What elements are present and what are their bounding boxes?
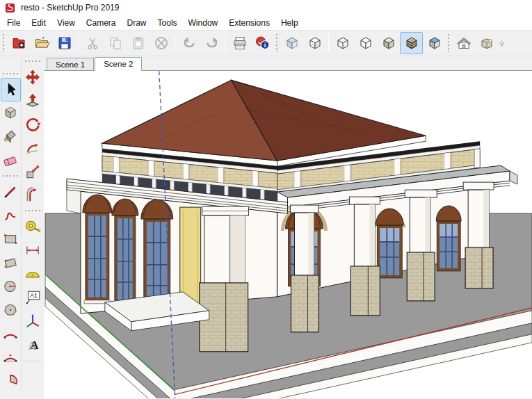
offset-tool-button[interactable] [22, 184, 42, 207]
xray-style-button[interactable] [280, 32, 303, 54]
select-tool-button[interactable] [1, 78, 21, 101]
back-edges-style-button[interactable] [303, 32, 326, 54]
paint-bucket-tool-button[interactable] [1, 125, 21, 149]
toolbar-end-divider [24, 361, 42, 362]
column [349, 197, 380, 316]
rotated-rectangle-tool-button[interactable] [1, 251, 21, 275]
copy-icon [107, 35, 124, 51]
model-info-icon: i [254, 35, 272, 51]
move-tool-button[interactable] [22, 65, 42, 89]
new-file-icon [10, 35, 27, 51]
menu-view[interactable]: View [51, 16, 81, 30]
scale-tool-button[interactable] [22, 160, 42, 184]
menu-draw[interactable]: Draw [122, 16, 152, 30]
back-edges-cube-icon [307, 35, 323, 51]
arc-icon [1, 325, 19, 343]
house-icon [455, 35, 473, 51]
push-pull-tool-button[interactable] [22, 89, 42, 113]
menu-extensions[interactable]: Extensions [223, 16, 275, 30]
share-component-button[interactable] [498, 32, 507, 54]
wireframe-style-button[interactable] [331, 32, 354, 54]
menu-bar: File Edit View Camera Draw Tools Window … [0, 15, 532, 31]
toolbar-grip[interactable] [3, 72, 18, 76]
make-component-tool-button[interactable] [1, 101, 21, 125]
share-model-button[interactable] [475, 32, 498, 54]
follow-me-icon [24, 139, 42, 157]
box-icon [478, 35, 495, 51]
dimension-icon [24, 241, 42, 259]
offset-icon [24, 186, 42, 204]
tape-measure-icon [24, 218, 42, 236]
polygon-tool-button[interactable] [1, 298, 21, 322]
standard-toolbar: i [0, 31, 532, 56]
line-tool-button[interactable] [1, 180, 21, 204]
arc-tool-button[interactable] [1, 322, 21, 345]
model-info-button[interactable]: i [251, 32, 274, 54]
toolbar-grip[interactable] [3, 174, 18, 178]
polygon-icon [1, 301, 19, 319]
3d-text-icon: AA [24, 336, 42, 354]
toolbar-separator [225, 34, 226, 52]
paint-bucket-icon [1, 128, 19, 146]
freehand-tool-button[interactable] [1, 204, 21, 227]
3d-text-tool-button[interactable]: AA [22, 333, 42, 357]
corner-pier [200, 206, 249, 352]
cut-button[interactable] [81, 32, 104, 54]
window-title: resto - SketchUp Pro 2019 [21, 3, 119, 13]
pie-tool-button[interactable] [1, 369, 21, 393]
menu-help[interactable]: Help [275, 16, 304, 30]
erase-button[interactable] [150, 32, 172, 54]
text-tool-icon: A1 [24, 288, 42, 307]
move-arrows-icon [24, 68, 42, 86]
open-button[interactable] [30, 32, 53, 54]
menu-tools[interactable]: Tools [152, 16, 183, 30]
cut-scissors-icon [84, 35, 101, 51]
new-button[interactable] [7, 32, 30, 54]
paste-button[interactable] [127, 32, 150, 54]
menu-window[interactable]: Window [183, 16, 224, 30]
save-floppy-icon [56, 35, 73, 51]
undo-button[interactable] [177, 32, 200, 54]
viewport-canvas[interactable] [44, 71, 532, 398]
redo-button[interactable] [200, 32, 223, 54]
menu-edit[interactable]: Edit [26, 16, 51, 30]
sketchup-logo-icon [5, 3, 15, 13]
column [463, 182, 494, 288]
print-button[interactable] [228, 32, 251, 54]
3d-warehouse-button[interactable] [452, 32, 475, 54]
component-cube-icon [1, 104, 19, 122]
toolbar-grip[interactable] [25, 209, 40, 213]
toolbar-grip[interactable] [25, 60, 40, 63]
tab-scene-1-label: Scene 1 [56, 60, 85, 69]
text-tool-button[interactable]: A1 [22, 286, 42, 309]
dimension-tool-button[interactable] [22, 238, 42, 262]
open-folder-icon [33, 35, 50, 51]
follow-me-tool-button[interactable] [22, 136, 42, 160]
menu-file[interactable]: File [1, 16, 26, 30]
toolbar-grip[interactable] [2, 34, 6, 52]
protractor-tool-button[interactable] [22, 262, 42, 286]
toolbar-grip[interactable] [275, 34, 279, 52]
rotate-tool-button[interactable] [22, 113, 42, 136]
toolbar-grip[interactable] [447, 34, 451, 52]
circle-tool-button[interactable] [1, 275, 21, 298]
save-button[interactable] [53, 32, 76, 54]
eraser-tool-button[interactable] [1, 149, 21, 172]
hidden-line-style-button[interactable] [354, 32, 377, 54]
shaded-style-button[interactable] [377, 32, 400, 54]
hidden-line-cube-icon [357, 35, 374, 51]
scale-icon [24, 163, 42, 181]
copy-button[interactable] [104, 32, 127, 54]
protractor-icon [24, 265, 42, 283]
shaded-with-textures-style-button[interactable] [400, 32, 423, 54]
tab-scene-1[interactable]: Scene 1 [47, 58, 94, 70]
title-bar: resto - SketchUp Pro 2019 [0, 0, 532, 15]
two-point-arc-tool-button[interactable] [1, 345, 21, 369]
axes-tool-button[interactable] [22, 309, 42, 333]
tape-measure-tool-button[interactable] [22, 215, 42, 238]
model-viewport[interactable] [44, 71, 532, 398]
rectangle-tool-button[interactable] [1, 227, 21, 251]
tab-scene-2[interactable]: Scene 2 [95, 57, 142, 71]
monochrome-style-button[interactable] [423, 32, 446, 54]
menu-camera[interactable]: Camera [81, 16, 122, 30]
